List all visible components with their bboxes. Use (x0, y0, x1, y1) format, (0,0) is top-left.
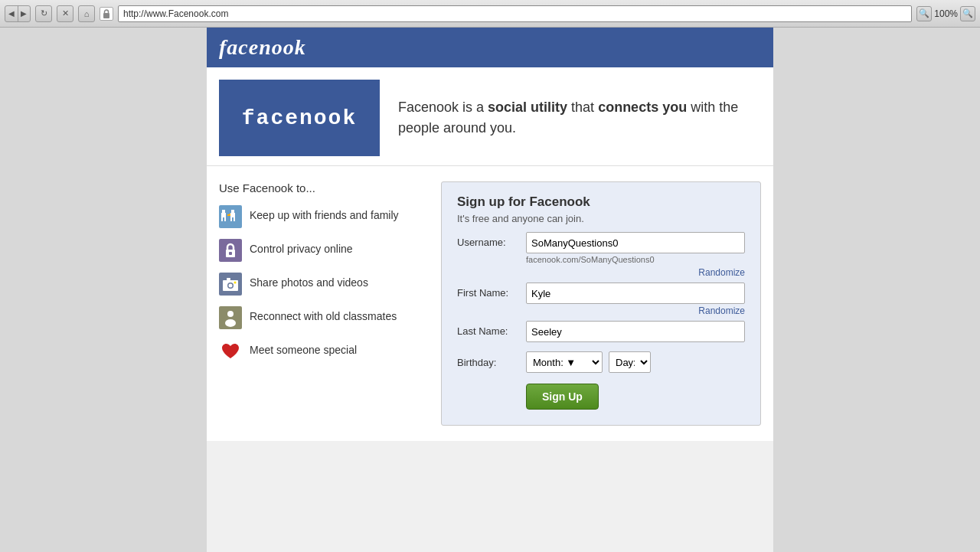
signup-button[interactable]: Sign Up (526, 384, 599, 410)
heart-icon (219, 340, 242, 363)
svg-rect-2 (222, 210, 225, 213)
zoom-out-button[interactable]: 🔍 (916, 6, 932, 21)
back-forward-buttons[interactable]: ◀ ▶ (5, 5, 31, 22)
signup-title: Sign up for Facenook (457, 194, 745, 210)
lastname-label: Last Name: (457, 321, 526, 337)
firstname-row: First Name: Randomize (457, 283, 745, 316)
tagline-bold1: social utility (488, 100, 567, 115)
signup-box: Sign up for Facenook It's free and anyon… (441, 181, 761, 426)
svg-rect-0 (103, 13, 109, 18)
firstname-input[interactable] (526, 283, 745, 304)
firstname-randomize-link[interactable]: Randomize (526, 305, 745, 316)
tagline-middle: that (567, 100, 598, 115)
site-header: facenook (207, 28, 773, 67)
feature-special: Meet someone special (219, 340, 418, 363)
logo-box: facenook (219, 80, 380, 156)
birthday-label: Birthday: (457, 357, 526, 368)
birthday-row: Birthday: Month: ▼ JanuaryFebruaryMarch … (457, 351, 745, 373)
svg-rect-5 (224, 217, 226, 221)
svg-point-22 (227, 311, 234, 317)
username-row: Username: facenook.com/SoManyQuestions0 … (457, 232, 745, 278)
firstname-field-col: Randomize (526, 283, 745, 316)
feature-friends: Keep up with friends and family (219, 205, 418, 228)
lock-icon (100, 7, 113, 21)
feature-classmates: Reconnect with old classmates (219, 306, 418, 329)
features-column: Use Facenook to... (219, 181, 418, 374)
svg-rect-19 (227, 278, 230, 280)
username-field-col: facenook.com/SoManyQuestions0 Randomize (526, 232, 745, 278)
feature-photos: Share photos and videos (219, 273, 418, 296)
photos-icon (219, 273, 242, 296)
tagline-bold2: connects you (598, 100, 687, 115)
privacy-icon (219, 239, 242, 262)
svg-point-18 (229, 284, 233, 288)
page-wrapper: facenook facenook Facenook is a social u… (0, 28, 980, 552)
friends-icon (219, 205, 242, 228)
feature-photos-text: Share photos and videos (250, 273, 368, 289)
zoom-in-button[interactable]: 🔍 (960, 6, 975, 21)
tagline: Facenook is a social utility that connec… (398, 97, 761, 139)
svg-rect-6 (231, 210, 234, 213)
address-bar[interactable] (118, 5, 912, 22)
home-button[interactable]: ⌂ (78, 5, 95, 22)
refresh-button[interactable]: ↻ (35, 5, 52, 22)
feature-privacy-text: Control privacy online (250, 239, 353, 256)
username-input[interactable] (526, 232, 745, 253)
birthday-selects: Month: ▼ JanuaryFebruaryMarch AprilMayJu… (526, 351, 651, 373)
back-button[interactable]: ◀ (5, 6, 18, 21)
forward-button[interactable]: ▶ (18, 6, 31, 21)
site-header-logo: facenook (219, 35, 306, 60)
tagline-prefix: Facenook is a (398, 100, 488, 115)
browser-chrome: ◀ ▶ ↻ ✕ ⌂ 🔍 100% 🔍 (0, 0, 980, 28)
day-select[interactable]: Day: ▼ 1234 5678 9101112 13141516 171819… (609, 351, 651, 373)
logo-box-text: facenook (242, 106, 357, 130)
svg-rect-14 (229, 252, 232, 255)
month-select[interactable]: Month: ▼ JanuaryFebruaryMarch AprilMayJu… (526, 351, 603, 373)
lastname-field-col (526, 321, 745, 342)
feature-classmates-text: Reconnect with old classmates (250, 306, 397, 323)
svg-rect-7 (230, 213, 235, 217)
feature-privacy: Control privacy online (219, 239, 418, 262)
username-label: Username: (457, 232, 526, 248)
main-content: facenook Facenook is a social utility th… (207, 67, 773, 441)
features-signup-row: Use Facenook to... (207, 166, 773, 441)
svg-point-20 (234, 282, 237, 284)
page-content: facenook facenook Facenook is a social u… (207, 28, 773, 552)
username-randomize-link[interactable]: Randomize (526, 267, 745, 278)
svg-rect-8 (230, 217, 232, 221)
zoom-level: 100% (934, 8, 958, 19)
firstname-label: First Name: (457, 283, 526, 299)
url-preview: facenook.com/SoManyQuestions0 (526, 255, 745, 264)
svg-rect-3 (221, 213, 226, 217)
feature-special-text: Meet someone special (250, 340, 357, 357)
lastname-input[interactable] (526, 321, 745, 342)
features-title: Use Facenook to... (219, 181, 418, 194)
svg-rect-10 (227, 214, 229, 216)
classmates-icon (219, 306, 242, 329)
svg-rect-4 (221, 217, 223, 221)
zoom-controls: 🔍 100% 🔍 (916, 6, 975, 21)
feature-friends-text: Keep up with friends and family (250, 205, 399, 222)
svg-rect-11 (229, 214, 230, 216)
svg-rect-9 (234, 217, 235, 221)
svg-point-23 (225, 319, 236, 327)
lastname-row: Last Name: (457, 321, 745, 342)
logo-tagline-row: facenook Facenook is a social utility th… (207, 67, 773, 166)
signup-subtitle: It's free and anyone can join. (457, 213, 745, 224)
stop-button[interactable]: ✕ (57, 5, 74, 22)
